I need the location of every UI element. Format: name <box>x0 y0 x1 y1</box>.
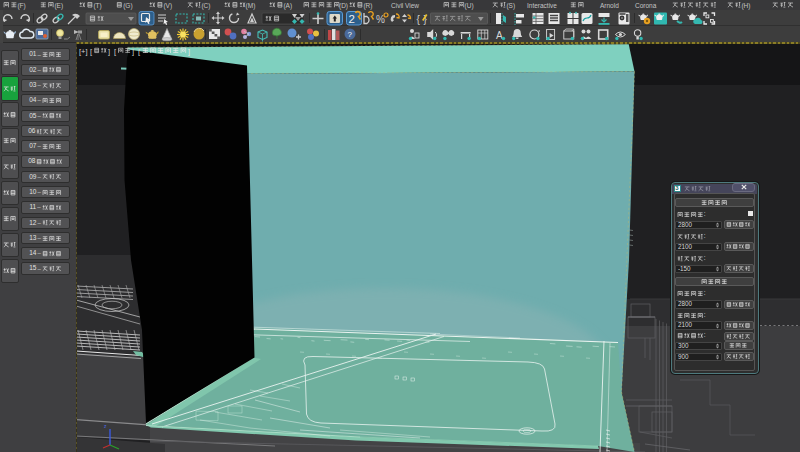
svg-text:Civil View: Civil View <box>391 2 419 9</box>
svg-text:[+]: [+] <box>79 47 88 56</box>
svg-text:(H): (H) <box>741 2 750 10</box>
svg-text:(C): (C) <box>201 2 210 10</box>
svg-text:(R): (R) <box>363 2 372 10</box>
svg-text:A: A <box>496 30 503 41</box>
svg-text:(E): (E) <box>54 2 63 10</box>
svg-text:]: ] <box>108 47 110 56</box>
svg-text:(F): (F) <box>17 2 25 10</box>
svg-text:(A): (A) <box>283 2 292 10</box>
svg-text:(G): (G) <box>123 2 132 10</box>
svg-text:(T): (T) <box>93 2 101 10</box>
svg-text:?: ? <box>348 30 353 39</box>
svg-text:Interactive: Interactive <box>527 2 557 9</box>
svg-text:2: 2 <box>349 13 355 25</box>
svg-text:(D): (D) <box>339 2 348 10</box>
svg-text:Arnold: Arnold <box>600 2 619 9</box>
svg-text:(U): (U) <box>465 2 474 10</box>
svg-text:(V): (V) <box>163 2 172 10</box>
svg-text:(S): (S) <box>506 2 515 10</box>
svg-text:]: ] <box>132 47 134 56</box>
svg-text:Corona: Corona <box>635 2 657 9</box>
svg-text:]: ] <box>188 47 190 56</box>
svg-text:(M): (M) <box>246 2 256 10</box>
